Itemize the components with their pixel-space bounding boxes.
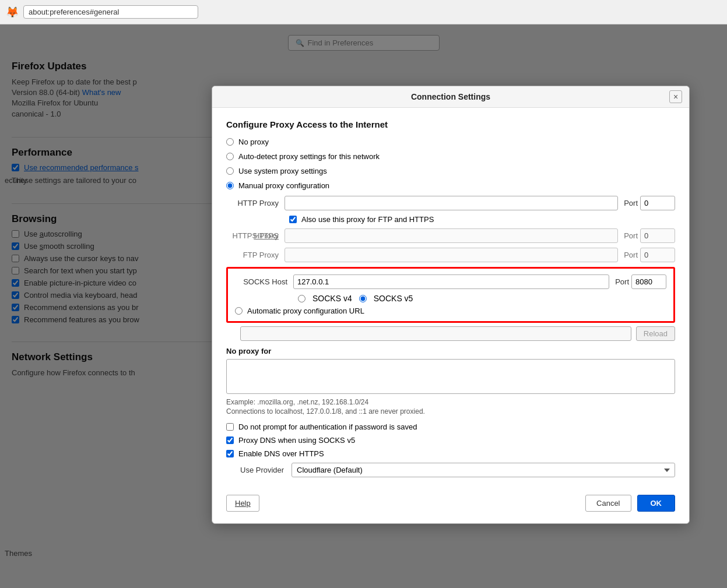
auto-detect-option: Auto-detect proxy settings for this netw… [226, 152, 675, 161]
help-button[interactable]: Help [226, 495, 259, 512]
http-proxy-label: HTTP Proxy [226, 199, 285, 207]
browser-chrome: 🦊 about:preferences#general [0, 0, 727, 24]
page-background: ecurity 🔍 Find in Preferences Firefox Up… [0, 24, 727, 588]
dialog-titlebar: Connection Settings × [212, 86, 689, 108]
auto-proxy-row: Automatic proxy configuration URL [235, 307, 666, 315]
http-port-input[interactable] [640, 196, 675, 210]
socks-port-label: Port [615, 277, 629, 286]
system-proxy-radio[interactable] [226, 167, 234, 175]
also-use-checkbox[interactable] [289, 216, 297, 223]
socks-highlight-box: SOCKS Host Port SOCKS v4 SOCKS v5 Automa… [226, 267, 675, 323]
socks-host-row: SOCKS Host Port [235, 274, 666, 289]
system-proxy-label: Use system proxy settings [238, 167, 327, 175]
socks-v4-radio[interactable] [298, 295, 305, 302]
socks-port-input[interactable] [631, 274, 666, 289]
auto-proxy-radio[interactable] [235, 307, 243, 315]
proxy-dns-row: Proxy DNS when using SOCKS v5 [226, 436, 675, 445]
proxy-dns-label: Proxy DNS when using SOCKS v5 [238, 436, 355, 445]
ftp-proxy-input[interactable] [285, 248, 618, 262]
auto-detect-radio[interactable] [226, 153, 234, 160]
no-proxy-hint1: Example: .mozilla.org, .net.nz, 192.168.… [226, 398, 675, 406]
auto-proxy-url-row: Reload [226, 326, 675, 341]
socks-v4-label: SOCKS v4 [312, 294, 352, 303]
ok-button[interactable]: OK [637, 495, 676, 512]
connection-settings-dialog: Connection Settings × Configure Proxy Ac… [212, 86, 690, 524]
no-proxy-label-text: No proxy [238, 138, 269, 146]
ftp-proxy-row: FTP Proxy Port [226, 248, 675, 262]
ftp-proxy-label: FTP Proxy [226, 251, 285, 259]
manual-proxy-radio[interactable] [226, 182, 234, 189]
cancel-button[interactable]: Cancel [585, 495, 631, 512]
no-proxy-radio[interactable] [226, 138, 234, 146]
dns-provider-row: Use Provider Cloudflare (Default) NextDN… [226, 463, 675, 477]
no-proxy-for-label: No proxy for [226, 347, 675, 355]
no-proxy-hint2: Connections to localhost, 127.0.0.1/8, a… [226, 407, 675, 416]
socks-v5-radio[interactable] [359, 295, 367, 302]
http-proxy-input[interactable] [285, 196, 618, 210]
dialog-close-button[interactable]: × [669, 90, 682, 103]
auto-detect-label: Auto-detect proxy settings for this netw… [238, 152, 380, 161]
footer-buttons: Cancel OK [585, 495, 675, 512]
dns-provider-select[interactable]: Cloudflare (Default) NextDNS Custom [291, 463, 675, 477]
no-auth-prompt-label: Do not prompt for authentication if pass… [238, 422, 417, 431]
https-proxy-label2: HTTPS Proxy [226, 231, 285, 240]
socks-v5-label: SOCKS v5 [374, 294, 413, 303]
also-use-checkbox-row: Also use this proxy for FTP and HTTPS [226, 215, 675, 224]
manual-proxy-option: Manual proxy configuration [226, 181, 675, 190]
manual-proxy-label: Manual proxy configuration [238, 181, 329, 190]
dns-provider-label: Use Provider [240, 466, 287, 474]
https-proxy-input[interactable] [285, 228, 618, 243]
no-proxy-option: No proxy [226, 138, 675, 146]
auto-proxy-url-input[interactable] [240, 326, 631, 341]
enable-doh-row: Enable DNS over HTTPS [226, 449, 675, 458]
http-port-label: Port [624, 199, 638, 207]
firefox-icon: 🦊 [6, 6, 19, 19]
dialog-title: Connection Settings [411, 92, 490, 101]
ftp-port-input[interactable] [640, 248, 675, 262]
socks-version-row: SOCKS v4 SOCKS v5 [235, 294, 666, 303]
auto-proxy-label: Automatic proxy configuration URL [247, 307, 364, 315]
proxy-section-title: Configure Proxy Access to the Internet [226, 119, 675, 129]
socks-host-label: SOCKS Host [235, 277, 293, 286]
no-proxy-section: No proxy for Example: .mozilla.org, .net… [226, 347, 675, 416]
https-port-label: Port [624, 231, 638, 240]
https-proxy-row: HTTPS HTTPS Proxy Port [226, 228, 675, 243]
no-proxy-input[interactable] [226, 359, 675, 394]
http-proxy-row: HTTP Proxy Port [226, 196, 675, 210]
enable-doh-label: Enable DNS over HTTPS [238, 449, 324, 458]
enable-doh-checkbox[interactable] [226, 450, 234, 457]
ftp-port-label: Port [624, 251, 638, 259]
dialog-body: Configure Proxy Access to the Internet N… [212, 108, 689, 488]
address-bar[interactable]: about:preferences#general [23, 5, 198, 19]
reload-button[interactable]: Reload [636, 326, 675, 341]
also-use-label: Also use this proxy for FTP and HTTPS [301, 215, 434, 224]
no-auth-prompt-checkbox[interactable] [226, 423, 234, 431]
no-auth-prompt-row: Do not prompt for authentication if pass… [226, 422, 675, 431]
https-port-input[interactable] [640, 228, 675, 243]
proxy-dns-checkbox[interactable] [226, 436, 234, 444]
dialog-footer: Help Cancel OK [212, 488, 689, 512]
socks-host-input[interactable] [293, 274, 609, 289]
system-proxy-option: Use system proxy settings [226, 167, 675, 175]
